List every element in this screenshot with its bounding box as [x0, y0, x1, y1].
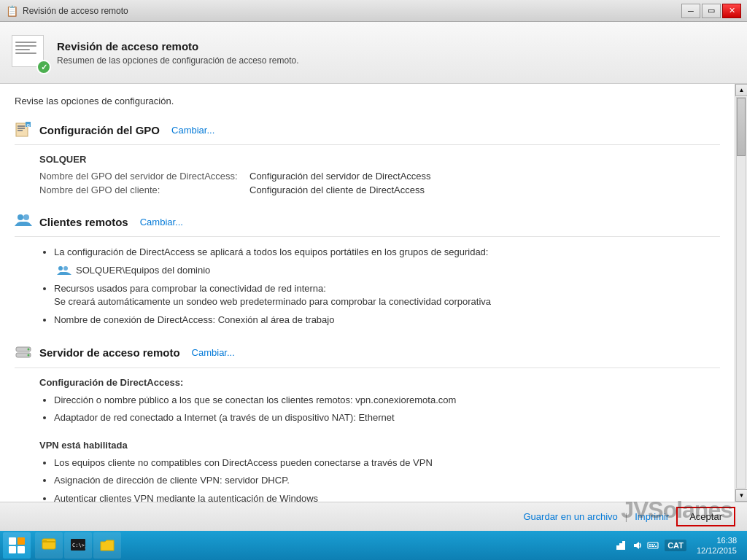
header-text: Revisión de acceso remoto Resumen de las… — [57, 40, 299, 66]
clock-area[interactable]: 16:38 12/12/2015 — [692, 535, 741, 556]
header-title: Revisión de acceso remoto — [57, 40, 299, 52]
domain-user-icon — [57, 263, 71, 278]
gpo-section: G Configuración del GPO Cambiar... SOLQU… — [15, 121, 720, 195]
svg-rect-2 — [18, 128, 25, 129]
svg-point-9 — [63, 266, 68, 271]
svg-rect-21 — [622, 541, 625, 550]
start-logo — [9, 537, 25, 553]
header-subtitle: Resumen de las opciones de configuración… — [57, 55, 299, 66]
clients-list: La configuración de DirectAccess se apli… — [39, 246, 720, 327]
server-section-header: Servidor de acceso remoto Cambiar... — [15, 344, 720, 368]
server-change-link[interactable]: Cambiar... — [192, 347, 235, 358]
doc-line — [15, 52, 36, 54]
vpn-bullet-2: Asignación de dirección de cliente VPN: … — [54, 474, 720, 487]
clients-bullet-2: Recursos usados para comprobar la conect… — [54, 282, 720, 308]
svg-rect-22 — [648, 542, 658, 548]
scroll-thumb[interactable] — [737, 98, 746, 156]
scrollbar[interactable]: ▲ ▼ — [735, 84, 747, 502]
systray — [615, 540, 659, 551]
header-section: ✓ Revisión de acceso remoto Resumen de l… — [0, 22, 747, 84]
doc-line — [15, 49, 30, 50]
minimize-button[interactable]: ─ — [681, 4, 700, 18]
language-badge[interactable]: CAT — [665, 540, 686, 551]
gpo-section-header: G Configuración del GPO Cambiar... — [15, 121, 720, 145]
doc-line — [15, 45, 36, 47]
clients-bullet-1: La configuración de DirectAccess se apli… — [54, 246, 720, 278]
taskbar: C:\>_ — [0, 531, 747, 560]
taskbar-pin-cmd[interactable]: C:\>_ — [64, 532, 92, 559]
svg-rect-1 — [18, 125, 25, 127]
svg-rect-26 — [649, 546, 651, 548]
svg-rect-25 — [654, 544, 655, 545]
clock-time: 16:38 — [697, 535, 737, 545]
svg-rect-27 — [651, 546, 654, 548]
gpo-icon: G — [15, 121, 32, 139]
svg-rect-20 — [619, 543, 622, 550]
svg-point-11 — [28, 348, 30, 350]
start-sq-4 — [18, 546, 25, 553]
clients-change-link[interactable]: Cambiar... — [140, 217, 183, 228]
svg-point-7 — [23, 214, 29, 220]
vpn-label: VPN está habilitada — [39, 440, 720, 451]
server-list: Dirección o nombre público a los que se … — [39, 394, 720, 424]
server-section-body: Configuración de DirectAccess: Dirección… — [15, 377, 720, 502]
clock-date: 12/12/2015 — [697, 545, 737, 556]
gpo-section-title: Configuración del GPO — [39, 124, 160, 136]
server-section: Servidor de acceso remoto Cambiar... Con… — [15, 344, 720, 502]
taskbar-right: CAT 16:38 12/12/2015 — [615, 535, 744, 556]
svg-point-8 — [58, 266, 63, 271]
svg-text:C:\>_: C:\>_ — [72, 542, 86, 548]
intro-text: Revise las opciones de configuración. — [15, 96, 720, 106]
gpo-org-name: SOLQUER — [39, 154, 720, 165]
start-sq-3 — [9, 546, 16, 553]
network-tray-icon[interactable] — [615, 540, 627, 551]
gpo-value-1: Configuración del servidor de DirectAcce… — [249, 171, 431, 182]
titlebar: 📋 Revisión de acceso remoto ─ ▭ ✕ — [0, 0, 747, 22]
vpn-bullet-1: Los equipos cliente no compatibles con D… — [54, 456, 720, 470]
vpn-bullet-3: Autenticar clientes VPN mediante la aute… — [54, 492, 720, 502]
footer-bar: Guardar en un archivo | Imprimir Aceptar — [0, 502, 747, 531]
window-controls: ─ ▭ ✕ — [681, 4, 741, 18]
sound-tray-icon[interactable] — [631, 540, 643, 551]
print-link[interactable]: Imprimir — [635, 511, 669, 522]
scroll-track[interactable] — [736, 97, 746, 489]
server-section-title: Servidor de acceso remoto — [39, 346, 180, 359]
svg-point-13 — [28, 354, 30, 356]
svg-point-6 — [18, 214, 23, 220]
header-icon-container: ✓ — [12, 35, 47, 70]
server-icon — [15, 344, 32, 362]
start-button[interactable] — [3, 532, 31, 559]
svg-text:G: G — [27, 123, 31, 128]
server-config-label: Configuración de DirectAccess: — [39, 377, 720, 388]
close-button[interactable]: ✕ — [722, 4, 741, 18]
accept-button[interactable]: Aceptar — [676, 507, 735, 526]
server-bullet-1: Dirección o nombre público a los que se … — [54, 394, 720, 407]
save-link[interactable]: Guardar en un archivo — [524, 511, 618, 522]
server-bullet-2: Adaptador de red conectado a Internet (a… — [54, 411, 720, 424]
gpo-section-body: SOLQUER Nombre del GPO del servidor de D… — [15, 154, 720, 195]
clients-section: Clientes remotos Cambiar... La configura… — [15, 213, 720, 327]
svg-rect-15 — [42, 541, 55, 542]
gpo-change-link[interactable]: Cambiar... — [171, 125, 214, 136]
start-sq-1 — [9, 537, 16, 545]
restore-button[interactable]: ▭ — [702, 4, 721, 18]
scroll-up-button[interactable]: ▲ — [735, 84, 747, 96]
doc-line — [15, 42, 36, 43]
scroll-down-button[interactable]: ▼ — [735, 489, 747, 502]
domain-user-label: SOLQUER\Equipos del dominio — [76, 264, 210, 277]
content-wrapper: Revise las opciones de configuración. G … — [0, 84, 747, 502]
gpo-row-2: Nombre del GPO del cliente: Configuració… — [39, 184, 720, 195]
taskbar-pin-explorer[interactable] — [35, 532, 63, 559]
taskbar-pin-folder[interactable] — [93, 532, 121, 559]
taskbar-pinned: C:\>_ — [35, 532, 121, 559]
titlebar-title: Revisión de acceso remoto — [23, 6, 128, 16]
gpo-table: Nombre del GPO del servidor de DirectAcc… — [39, 171, 720, 195]
svg-rect-3 — [18, 130, 23, 131]
svg-rect-16 — [43, 540, 47, 541]
check-badge: ✓ — [36, 60, 51, 74]
svg-rect-19 — [616, 545, 619, 550]
footer-separator: | — [625, 511, 627, 522]
vpn-list: Los equipos cliente no compatibles con D… — [39, 456, 720, 502]
svg-rect-24 — [651, 544, 653, 545]
keyboard-tray-icon[interactable] — [647, 540, 659, 551]
